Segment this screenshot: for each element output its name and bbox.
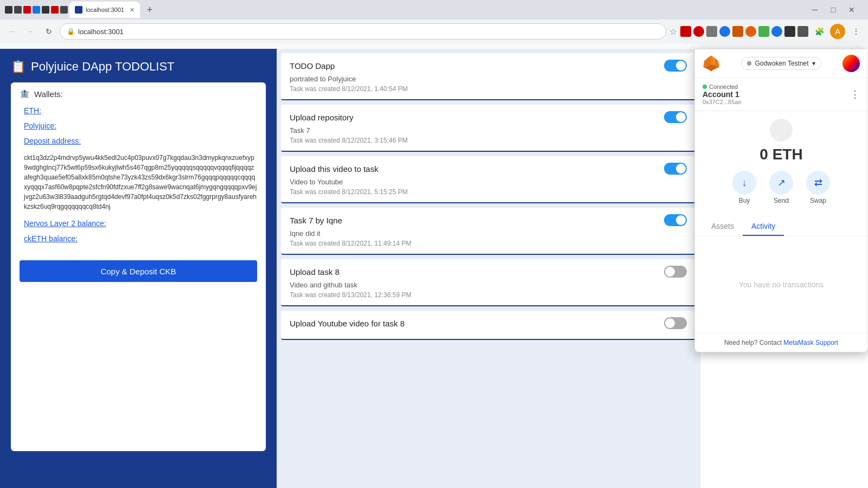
task-name-2: Upload repository [290,113,354,122]
mm-balance-section: 0 ETH ↓ Buy ↗ Send ⇄ Swap [695,111,867,217]
task-name-3: Upload this video to task [290,164,378,174]
mm-footer: Need help? Contact MetaMask Support [695,333,867,352]
cketh-balance-link[interactable]: ckETH balance: [20,234,257,243]
task-name-4: Task 7 by Iqne [290,216,342,225]
connected-indicator [703,85,707,89]
task-list: TODO Dapp portrated to Polyjuice Task wa… [277,49,700,488]
close-browser-btn[interactable]: ✕ [844,2,859,17]
task-created-1: Task was created 8/12/2021, 1:40:54 PM [290,85,687,93]
restore-btn[interactable]: □ [826,2,841,17]
copy-deposit-btn[interactable]: Copy & Deposit CKB [20,260,257,282]
mm-account-identicon [770,119,793,142]
browser-toolbar: ← → ↻ 🔒 localhost:3001 ☆ 🧩 A ⋮ [0,20,868,43]
tab-activity[interactable]: Activity [743,217,784,236]
mm-header: Godwoken Testnet ▾ [695,49,867,78]
task-desc-5: Video and github task [290,281,687,289]
browser-menu-btn[interactable]: ⋮ [848,24,864,39]
mm-eth-balance: 0 ETH [760,146,802,163]
task-card-1: TODO Dapp portrated to Polyjuice Task wa… [281,53,695,100]
wallets-header: 🏦 Wallets: [20,89,257,99]
tab-title: localhost:3001 [86,7,124,13]
task-desc-4: Iqne did it [290,229,687,237]
polyjuice-link[interactable]: Polyjuice: [20,121,257,130]
task-toggle-3[interactable] [664,163,687,175]
task-name-1: TODO Dapp [290,61,335,70]
task-name-6: Upload Youtube video for task 8 [290,319,405,328]
ext-gmail-icon [680,26,691,37]
task-toggle-4[interactable] [664,214,687,226]
no-transactions-text: You have no transactions [739,280,824,289]
task-desc-2: Task 7 [290,126,687,134]
address-bar[interactable]: 🔒 localhost:3001 [60,23,666,40]
account-avatar[interactable] [843,55,860,72]
network-name: Godwoken Testnet [755,60,808,67]
task-desc-1: portrated to Polyjuice [290,75,687,83]
app-title: 📋 Polyjuice DApp TODOLIST [11,60,266,74]
mm-network-selector[interactable]: Godwoken Testnet ▾ [741,57,821,70]
mm-actions: ↓ Buy ↗ Send ⇄ Swap [732,171,830,204]
app-title-text: Polyjuice DApp TODOLIST [31,60,175,74]
deposit-address-link[interactable]: Deposit address: [20,137,257,145]
task-card-6: Upload Youtube video for task 8 [281,311,695,340]
metamask-support-link[interactable]: MetaMask Support [783,339,838,346]
extensions-btn[interactable]: 🧩 [812,24,827,39]
send-label: Send [774,197,789,204]
reload-btn[interactable]: ↻ [41,24,56,39]
task-toggle-6[interactable] [664,317,687,329]
task-toggle-1[interactable] [664,60,687,72]
task-card-4: Task 7 by Iqne Iqne did it Task was crea… [281,208,695,255]
metamask-ext-icon[interactable] [745,26,756,37]
forward-btn[interactable]: → [23,24,38,39]
task-created-2: Task was created 8/12/2021, 3:15:46 PM [290,137,687,144]
lock-icon: 🔒 [67,28,75,35]
ext-1-icon [693,26,704,37]
mm-tab-content: You have no transactions [695,236,867,333]
mm-account-address: 0x37C2...85ae [703,99,742,105]
wallet-address: ckt1q3dz2p4mdrvp5ywu4kk5edI2uc4p03puvx07… [20,153,257,211]
network-dot [747,61,751,66]
tab-close-btn[interactable]: ✕ [130,7,135,14]
swap-btn[interactable]: ⇄ Swap [806,171,830,204]
ext-8-icon [797,26,808,37]
ext-5-icon [758,26,769,37]
ext-6-icon [771,26,782,37]
svg-marker-6 [706,65,716,71]
mm-tabs: Assets Activity [695,217,867,236]
buy-icon: ↓ [732,171,756,195]
task-created-4: Task was created 8/12/2021, 11:49:14 PM [290,240,687,247]
minimize-btn[interactable]: ─ [807,2,822,17]
send-btn[interactable]: ↗ Send [769,171,793,204]
url-text: localhost:3001 [78,28,124,36]
wallets-section: 🏦 Wallets: ETH: Polyjuice: Deposit addre… [11,82,266,451]
ext-4-icon [732,26,743,37]
task-card-2: Upload repository Task 7 Task was create… [281,105,695,152]
bank-icon: 🏦 [20,89,30,99]
task-toggle-2[interactable] [664,111,687,123]
eth-link[interactable]: ETH: [20,106,257,115]
swap-label: Swap [810,197,826,204]
app-icon: 📋 [11,60,25,74]
ext-2-icon [706,26,717,37]
tab-assets[interactable]: Assets [703,217,743,236]
new-tab-btn[interactable]: + [143,3,156,16]
swap-icon: ⇄ [806,171,830,195]
send-icon: ↗ [769,171,793,195]
mm-connected-status: Connected [703,84,742,90]
mm-account-menu-btn[interactable]: ⋮ [850,88,860,100]
bookmark-icon[interactable]: ☆ [669,27,677,37]
nervos-balance-link[interactable]: Nervos Layer 2 balance: [20,219,257,228]
task-card-5: Upload task 8 Video and github task Task… [281,259,695,306]
task-toggle-5[interactable] [664,266,687,278]
active-tab[interactable]: localhost:3001 ✕ [69,2,140,18]
buy-btn[interactable]: ↓ Buy [732,171,756,204]
ext-7-icon [784,26,795,37]
browser-chrome: localhost:3001 ✕ + ─ □ ✕ ← → ↻ 🔒 localho… [0,0,868,49]
back-btn[interactable]: ← [4,24,20,39]
app-container: 📋 Polyjuice DApp TODOLIST 🏦 Wallets: ETH… [0,49,868,488]
profile-btn[interactable]: A [830,24,845,39]
chevron-down-icon: ▾ [812,60,815,67]
task-created-3: Task was created 8/12/2021, 5:15:25 PM [290,188,687,196]
task-name-5: Upload task 8 [290,267,340,277]
mm-account-name: Account 1 [703,90,742,99]
buy-label: Buy [739,197,750,204]
